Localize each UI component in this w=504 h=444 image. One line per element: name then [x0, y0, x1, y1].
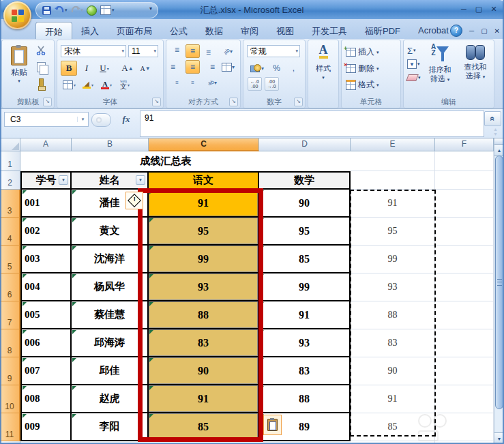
cell-student-id[interactable]: 005: [20, 301, 72, 329]
shrink-font-button[interactable]: A▼: [137, 61, 153, 76]
scrollbar-split-handle[interactable]: [494, 138, 504, 145]
currency-format-button[interactable]: ▾: [248, 61, 267, 75]
row-header-9[interactable]: 9: [0, 357, 20, 385]
cell-copied-value[interactable]: 83: [351, 329, 435, 357]
align-bottom-button[interactable]: ≡: [201, 44, 216, 58]
paste-button[interactable]: 粘贴 ▾: [6, 44, 32, 95]
autosum-button[interactable]: Σ ▾: [407, 45, 421, 56]
expand-formula-bar-button[interactable]: «: [484, 111, 501, 126]
wrap-text-button[interactable]: ab ▾: [205, 76, 220, 89]
align-center-button[interactable]: ≡: [186, 60, 200, 74]
cell-math-score[interactable]: 83: [259, 357, 351, 385]
cell-name[interactable]: 邱海涛: [72, 329, 149, 357]
decrease-indent-button[interactable]: ≡: [170, 76, 184, 89]
row-header-12[interactable]: [0, 441, 20, 444]
cell-name[interactable]: 赵虎: [72, 385, 149, 413]
tab-插入[interactable]: 插入: [72, 22, 108, 39]
cell-empty[interactable]: [435, 385, 494, 413]
cell-empty[interactable]: [435, 329, 494, 357]
tab-数据[interactable]: 数据: [196, 22, 232, 39]
font-color-button[interactable]: A ▾: [98, 77, 115, 92]
bold-button[interactable]: B: [61, 61, 77, 76]
cell-student-id[interactable]: 006: [20, 329, 72, 357]
cell-header-name[interactable]: 姓名 ▼: [72, 171, 149, 190]
cell-empty[interactable]: [351, 171, 435, 190]
save-icon[interactable]: [42, 6, 51, 15]
cut-button[interactable]: [33, 44, 48, 57]
align-right-button[interactable]: ≡: [201, 60, 216, 74]
fill-color-button[interactable]: ◢ ▾: [80, 77, 96, 92]
filter-dropdown-icon[interactable]: ▼: [136, 175, 145, 185]
workbook-close-button[interactable]: ✕: [494, 27, 500, 35]
cell-copied-value[interactable]: 93: [351, 273, 435, 301]
column-header-D[interactable]: D: [259, 138, 351, 151]
tab-视图[interactable]: 视图: [267, 22, 303, 39]
cell-chinese-score[interactable]: 85: [149, 413, 259, 441]
close-button[interactable]: ✕: [489, 5, 499, 14]
number-dialog-launcher[interactable]: ↘: [294, 98, 303, 106]
cell-student-id[interactable]: 008: [20, 385, 72, 413]
row-header-3[interactable]: 3: [0, 190, 20, 218]
row-header-4[interactable]: 4: [0, 218, 20, 246]
cell-student-id[interactable]: 007: [20, 357, 72, 385]
undo-icon[interactable]: ▾: [55, 6, 68, 14]
find-select-button[interactable]: 查找和 选择 ▾: [460, 44, 491, 81]
cell-chinese-score[interactable]: 90: [149, 357, 259, 385]
column-header-B[interactable]: B: [72, 138, 149, 151]
merge-center-button[interactable]: ▾: [221, 60, 235, 74]
format-painter-button[interactable]: [33, 77, 48, 89]
cell-empty[interactable]: [435, 273, 494, 301]
cell-math-score[interactable]: 95: [259, 218, 351, 246]
cell-student-id[interactable]: 001: [20, 190, 72, 218]
restore-button[interactable]: ▢: [474, 5, 484, 14]
cell-chinese-score[interactable]: 91: [149, 385, 259, 413]
clipboard-dialog-launcher[interactable]: ↘: [43, 98, 52, 106]
tab-公式[interactable]: 公式: [161, 22, 196, 39]
status-ball-icon[interactable]: [87, 5, 97, 16]
row-header-8[interactable]: 8: [0, 329, 20, 357]
cell-empty[interactable]: [435, 151, 494, 171]
font-size-select[interactable]: 11 ▾: [128, 45, 158, 57]
qat-customize-button[interactable]: ▾: [149, 5, 152, 12]
align-middle-button[interactable]: ≡: [186, 44, 200, 58]
borders-button[interactable]: ▾: [61, 77, 78, 92]
fill-button[interactable]: ▼ ▾: [407, 59, 421, 70]
minimize-button[interactable]: ─: [459, 5, 469, 14]
select-all-corner[interactable]: [0, 138, 20, 151]
scroll-up-icon[interactable]: ▲: [494, 145, 504, 156]
cell-header-chinese[interactable]: 语文: [149, 171, 259, 190]
cell-empty[interactable]: [435, 357, 494, 385]
tab-审阅[interactable]: 审阅: [232, 22, 267, 39]
increase-indent-button[interactable]: ≡: [186, 76, 200, 89]
workbook-minimize-button[interactable]: ─: [469, 27, 474, 35]
active-cell-C3[interactable]: 91: [149, 190, 259, 218]
delete-cells-button[interactable]: × 删除 ▾: [346, 63, 379, 74]
font-name-select[interactable]: 宋体 ▾: [61, 45, 126, 57]
cell-sheet-title[interactable]: 成线汇总表: [20, 151, 351, 171]
row-header-5[interactable]: 5: [0, 246, 20, 273]
cell-name[interactable]: 杨凤华: [72, 273, 149, 301]
cell-empty[interactable]: [435, 218, 494, 246]
name-box-dropdown-icon[interactable]: ▾: [77, 117, 88, 122]
decrease-decimal-button[interactable]: .00 →.0: [265, 77, 279, 91]
cell-empty[interactable]: [435, 246, 494, 273]
table-edit-icon[interactable]: ▾: [100, 5, 115, 15]
comma-format-button[interactable]: ,: [286, 61, 301, 75]
cell-copied-value[interactable]: 95: [351, 218, 435, 246]
workbook-restore-button[interactable]: ▢: [481, 27, 487, 35]
insert-cells-button[interactable]: + 插入 ▾: [346, 46, 379, 58]
copy-button[interactable]: [33, 61, 48, 73]
insert-function-button[interactable]: fx: [113, 112, 139, 127]
column-header-E[interactable]: E: [351, 138, 435, 151]
cell-student-id[interactable]: 003: [20, 246, 72, 273]
tab-福昕PDF[interactable]: 福昕PDF: [356, 22, 409, 39]
tab-开发工具[interactable]: 开发工具: [303, 22, 356, 39]
orientation-button[interactable]: ab ▾: [221, 44, 235, 58]
cell-name[interactable]: 蔡佳慧: [72, 301, 149, 329]
cell-styles-button[interactable]: A 样式 ▾: [308, 44, 338, 82]
font-dialog-launcher[interactable]: ↘: [152, 98, 161, 106]
name-box[interactable]: C3 ▾: [4, 112, 89, 127]
error-checking-smart-tag[interactable]: !: [125, 192, 143, 209]
sort-filter-button[interactable]: AZ 排序和 筛选 ▾: [424, 44, 456, 84]
cell-chinese-score[interactable]: 99: [149, 246, 259, 273]
